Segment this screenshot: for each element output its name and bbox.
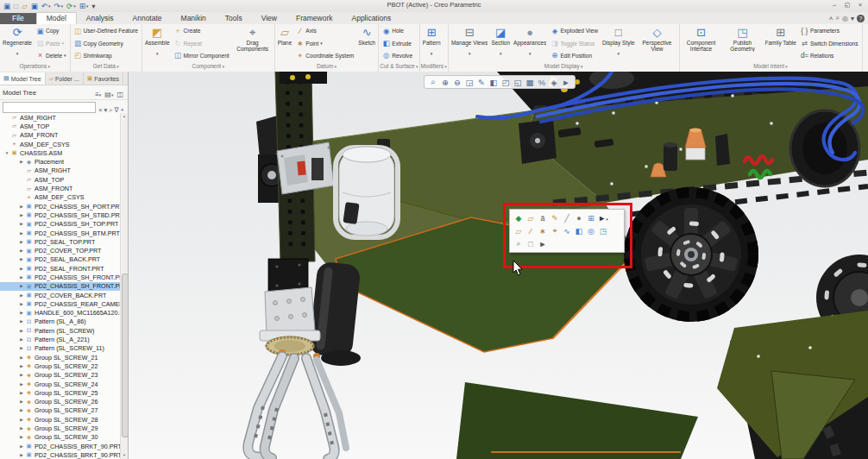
plane-icon[interactable]: ▱ (513, 227, 525, 236)
tree-display-options-icon[interactable]: ▤ ▾ (103, 91, 115, 98)
tree-item[interactable]: ▶▣PD2_CHASSIS_REAR_CAMERA_COVE (0, 299, 121, 308)
tree-item[interactable]: ▶◈Group SL_SCREW_25 (0, 388, 121, 397)
expander-icon[interactable]: ▶ (18, 319, 25, 324)
scroll-down-icon[interactable]: ▼ (121, 452, 128, 459)
tree-item[interactable]: ▱ASM_RIGHT (0, 113, 121, 122)
repeat-button[interactable]: ↻Repeat (173, 38, 231, 49)
extrude-icon[interactable]: ◧ (573, 227, 585, 236)
panel-tab-favorites[interactable]: ▣Favorites (84, 72, 123, 85)
tree-item[interactable]: ▶◈Group SL_SCREW_22 (0, 362, 121, 370)
undo-button[interactable]: ↶▾ (41, 1, 52, 11)
drag-components-button[interactable]: ⌖Drag Components (232, 25, 274, 61)
expander-icon[interactable]: ▶ (18, 382, 25, 387)
tree-item[interactable]: ▱ASM_TOP (0, 175, 121, 184)
tree-item[interactable]: ▶◈Group SL_SCREW_26 (0, 398, 121, 406)
tree-item[interactable]: ▶▣PD2_CHASSIS_SH_PORT.PRT (0, 202, 121, 211)
graphics-viewport[interactable]: ⌕⊕⊖◲✎◧◰◱▦%◈► ◆▱ā✎╱●⊞►▾▱⁄∗⌖∿◧◎◳⌕□► (129, 72, 868, 459)
perspective-view-button[interactable]: ◇Perspective View (637, 25, 678, 61)
tree-item[interactable]: ▱ASM_FRONT (0, 184, 121, 192)
sketch-icon[interactable]: ∿ (561, 227, 573, 236)
paste-button[interactable]: ▤Paste▾ (35, 38, 68, 49)
minimize-ribbon-icon[interactable]: ˄ (829, 15, 833, 22)
manage-views-button[interactable]: ⊟Manage Views▾ (450, 25, 490, 61)
tree-item[interactable]: ▶▣PD2_CHASSIS_SH_FRONT.PRT (0, 273, 121, 281)
toggle-status-button[interactable]: ◨Toggle Status (549, 38, 600, 49)
regenerate-button[interactable]: ⟳Regenerate▾ (1, 25, 34, 61)
restore-button[interactable]: ◱ (841, 0, 853, 9)
tab-analysis[interactable]: Analysis (77, 13, 123, 24)
zoom-window-icon[interactable]: ⌕ (428, 77, 438, 87)
customize-button[interactable]: ▾ (91, 1, 96, 11)
expander-icon[interactable]: ▶ (18, 346, 25, 350)
save-button[interactable]: ▣ (30, 1, 39, 11)
tree-item[interactable]: ▶▣PD2_CHASSIS_BRKT_90.PRT (0, 442, 121, 450)
tree-item[interactable]: ▶▣PD2_SEAL_BACK.PRT (0, 255, 121, 264)
tree-item[interactable]: ▶▣PD2_COVER_BACK.PRT (0, 291, 121, 299)
expander-icon[interactable]: ▶ (18, 453, 25, 457)
expander-icon[interactable]: ▶ (18, 222, 25, 226)
hole-button[interactable]: ◉Hole (381, 25, 414, 36)
expander-icon[interactable]: ▶ (18, 444, 25, 449)
tree-show-icon[interactable]: ◫ (115, 91, 125, 98)
tree-item[interactable]: ⌖ASM_DEF_CSYS (0, 140, 121, 148)
tree-item[interactable]: ▶⊡Pattern (SL_SCREW_11) (0, 344, 121, 353)
tab-view[interactable]: View (252, 13, 286, 24)
group-label-cut-surface[interactable]: Cut & Surface (380, 62, 418, 71)
tree-item[interactable]: ▶◈Group SL_SCREW_24 (0, 380, 121, 388)
tree-item[interactable]: ⌖ASM_DEF_CSYS (0, 193, 121, 202)
expander-icon[interactable]: ▶ (18, 435, 25, 439)
pattern-button[interactable]: ⊞Pattern▾ (421, 25, 443, 61)
chassis-bottom[interactable] (456, 382, 698, 459)
panel-tab-folder[interactable]: ▱Folder ... (46, 72, 84, 85)
publish-geometry-button[interactable]: ◳Publish Geometry (722, 25, 764, 61)
expander-icon[interactable]: ▶ (18, 364, 25, 368)
extrude-button[interactable]: ◧Extrude (381, 38, 414, 49)
expander-icon[interactable]: ▶ (18, 267, 25, 271)
expander-icon[interactable]: ▶ (18, 284, 25, 288)
group-label-model-intent[interactable]: Model Intent (681, 62, 861, 71)
user-defined-feature-button[interactable]: ◫User-Defined Feature (72, 25, 140, 36)
copy-geometry-button[interactable]: ▥Copy Geometry (72, 38, 140, 49)
expander-icon[interactable]: ▶ (18, 302, 25, 306)
scroll-up-icon[interactable]: ▲ (121, 113, 128, 120)
expander-icon[interactable]: ▶ (18, 355, 25, 360)
repaint-icon[interactable]: ✎ (476, 78, 487, 87)
zoom-in-icon[interactable]: ⊕ (440, 78, 450, 87)
tree-settings-icon[interactable]: ≡ ▾ (93, 91, 103, 98)
tree-item[interactable]: ▶▣PD2_CHASSIS_SH_STBD.PRT (0, 211, 121, 219)
tree-item[interactable]: ▱ASM_TOP (0, 122, 121, 130)
plane-button[interactable]: ▱Plane (276, 25, 294, 61)
group-label-model-display[interactable]: Model Display (450, 62, 678, 71)
expander-icon[interactable]: ▶ (18, 160, 25, 164)
edit-line-icon[interactable]: ╱ (561, 214, 573, 223)
tree-item[interactable]: ▶◈Group SL_SCREW_29 (0, 424, 121, 432)
switch-dimensions-button[interactable]: ⇄Switch Dimensions (799, 38, 860, 49)
expander-icon[interactable]: ▶ (18, 213, 25, 217)
tree-item[interactable]: ▶◈Group SL_SCREW_27 (0, 406, 121, 415)
canister-sensor[interactable] (336, 139, 398, 237)
camera-bracket[interactable] (277, 142, 334, 194)
pick-icon[interactable]: ► (537, 240, 549, 248)
zoom-out-icon[interactable]: ⊖ (452, 78, 462, 87)
revolve-button[interactable]: ◎Revolve (381, 50, 414, 61)
group-label-datum[interactable]: Datum (276, 62, 378, 71)
appearance-brush-icon[interactable]: ✎ (549, 214, 561, 223)
gripper[interactable] (248, 259, 361, 459)
pattern-icon[interactable]: ⊞ (585, 214, 597, 223)
tree-item[interactable]: ▱ASM_RIGHT (0, 167, 121, 175)
search-input[interactable] (3, 104, 95, 111)
tree-item[interactable]: ▶▣PD2_CHASSIS_SH_TOP.PRT (0, 220, 121, 229)
section-button[interactable]: ◪Section▾ (489, 25, 512, 61)
group-label-modifiers[interactable]: Modifiers (421, 62, 447, 71)
tree-item[interactable]: ▶▣PD2_SEAL_FRONT.PRT (0, 264, 121, 273)
expander-icon[interactable]: ▶ (18, 373, 25, 377)
expander-icon[interactable]: ▶ (18, 329, 25, 333)
tab-manikin[interactable]: Manikin (172, 13, 216, 24)
tree-item[interactable]: ▱ASM_FRONT (0, 131, 121, 140)
help-icon[interactable]: ? (857, 15, 865, 22)
expander-icon[interactable]: ▶ (18, 408, 25, 412)
parameters-button[interactable]: { }Parameters (799, 25, 860, 36)
robot-3d-model[interactable] (129, 72, 868, 459)
expander-icon[interactable]: ▶ (18, 337, 25, 342)
shrinkwrap-button[interactable]: ◰Shrinkwrap (72, 50, 140, 61)
